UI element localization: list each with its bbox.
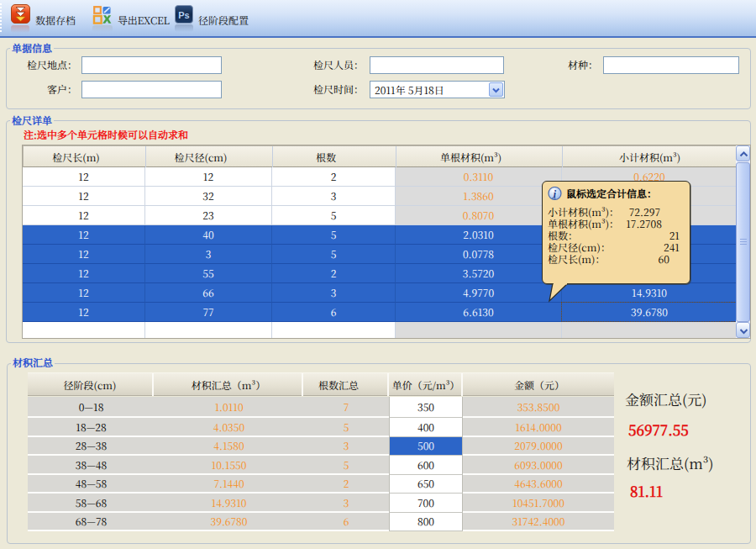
svg-text:Ps: Ps: [178, 10, 189, 20]
